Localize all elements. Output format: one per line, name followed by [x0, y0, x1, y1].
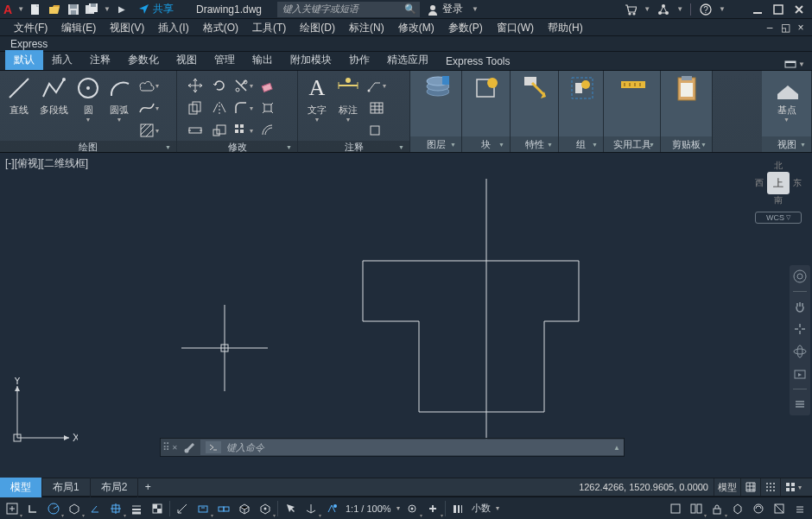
status-hw-icon[interactable] [748, 499, 769, 518]
btn-hatch[interactable]: ▾ [138, 120, 161, 141]
rtab-express[interactable]: Express Tools [437, 53, 518, 70]
btn-util[interactable] [612, 73, 652, 136]
view-cube[interactable]: 北 西 上 东 南 WCS▽ [755, 160, 802, 224]
status-annoscale-icon[interactable] [321, 499, 342, 518]
btn-table[interactable] [365, 98, 388, 118]
rtab-output[interactable]: 输出 [244, 50, 282, 70]
status-qv-icon[interactable] [665, 499, 686, 518]
nav-orbit-icon[interactable] [792, 344, 808, 359]
btn-group[interactable] [562, 73, 599, 136]
nav-zoom-ext-icon[interactable] [792, 321, 808, 337]
btn-mleader[interactable] [365, 120, 388, 141]
btn-spline[interactable]: ▾ [138, 98, 161, 118]
btn-text[interactable]: A 文字▼ [301, 73, 333, 141]
status-qv2-icon[interactable]: ▾ [686, 499, 707, 518]
btn-rotate[interactable] [208, 75, 231, 96]
cmd-settings-icon[interactable] [180, 440, 200, 454]
status-transp-icon[interactable] [147, 499, 168, 518]
more-status-icon[interactable]: ▾ [780, 478, 807, 496]
btn-dim[interactable]: 标注▼ [333, 73, 364, 141]
rtab-annot[interactable]: 注释 [81, 50, 119, 70]
status-iso2-icon[interactable] [727, 499, 748, 518]
btn-polyline[interactable]: 多段线 [35, 73, 73, 141]
doc-minimize[interactable]: – [762, 22, 777, 34]
new-icon[interactable] [27, 1, 44, 18]
panel-block-title[interactable]: 块 [462, 136, 510, 152]
status-osnap-icon[interactable]: ▾ [105, 499, 126, 518]
panel-layer-title[interactable]: 图层 [410, 136, 461, 152]
tab-add[interactable]: + [138, 481, 157, 493]
status-angle-icon[interactable] [85, 499, 105, 518]
command-input[interactable]: 键入命令 ▲ [200, 440, 624, 455]
panel-util-title[interactable]: 实用工具 [604, 136, 660, 152]
rtab-view[interactable]: 视图 [168, 50, 206, 70]
cart-caret[interactable]: ▼ [644, 5, 650, 13]
snap-toggle-icon[interactable] [760, 478, 780, 496]
ribbon-collapse[interactable]: ▼ [784, 58, 812, 70]
btn-base[interactable]: 基点▼ [767, 73, 807, 136]
coords-model-btn[interactable]: 模型 [714, 478, 740, 496]
menu-dim[interactable]: 标注(N) [342, 19, 391, 36]
btn-offset[interactable] [257, 120, 279, 141]
btn-explode[interactable] [257, 98, 279, 118]
qat-more-caret[interactable]: ▼ [104, 5, 111, 13]
menu-format[interactable]: 格式(O) [196, 19, 245, 36]
qat-menu-caret[interactable]: ▼ [17, 5, 24, 13]
maximize-button[interactable] [769, 1, 788, 18]
login-button[interactable]: 登录 [420, 2, 470, 16]
nav-showmotion-icon[interactable] [792, 366, 808, 382]
status-clean-icon[interactable] [769, 499, 790, 518]
status-gear-icon[interactable]: ▾ [402, 499, 422, 518]
btn-revcloud[interactable]: ▾ [138, 75, 161, 96]
status-gizmo-icon[interactable]: ▾ [301, 499, 321, 518]
grid-toggle-icon[interactable] [740, 478, 760, 496]
btn-stretch[interactable] [184, 120, 206, 141]
redo-undo-arrow-icon[interactable]: ▶ [113, 1, 130, 18]
menu-view[interactable]: 视图(V) [103, 19, 151, 36]
panel-modify-title[interactable]: 修改 [177, 141, 297, 154]
menu-insert[interactable]: 插入(I) [151, 19, 195, 36]
btn-mirror[interactable] [208, 98, 231, 118]
menu-file[interactable]: 文件(F) [7, 19, 54, 36]
share-button[interactable]: 共享 [131, 2, 181, 16]
rtab-addins[interactable]: 附加模块 [282, 50, 340, 70]
menu-modify[interactable]: 修改(M) [391, 19, 441, 36]
rtab-manage[interactable]: 管理 [206, 50, 244, 70]
btn-arc[interactable]: 圆弧▼ [104, 73, 135, 141]
status-sc-icon[interactable] [172, 499, 193, 518]
save-icon[interactable] [65, 1, 82, 18]
close-button[interactable] [790, 1, 809, 18]
cmd-handle-icon[interactable]: ⠿✕ [161, 441, 180, 453]
command-line[interactable]: ⠿✕ 键入命令 ▲ [160, 438, 625, 457]
panel-view-title[interactable]: 视图 [762, 136, 811, 152]
status-lineweight2-icon[interactable] [447, 499, 468, 518]
cmd-history-caret[interactable]: ▲ [613, 444, 620, 452]
btn-line[interactable]: 直线 [3, 73, 35, 141]
drawing-viewport[interactable]: [-][俯视][二维线框] 北 西 上 东 南 WCS▽ [0, 153, 812, 478]
login-caret[interactable]: ▼ [472, 5, 479, 13]
nav-pan-icon[interactable] [792, 299, 808, 314]
rtab-default[interactable]: 默认 [5, 50, 43, 70]
rtab-featured[interactable]: 精选应用 [378, 50, 437, 70]
panel-draw-title[interactable]: 绘图 [0, 141, 176, 154]
panel-clip-title[interactable]: 剪贴板 [661, 136, 712, 152]
status-plus2-icon[interactable]: ▾ [422, 499, 443, 518]
status-ortho-icon[interactable] [22, 499, 43, 518]
btn-block[interactable] [466, 73, 506, 136]
status-precision[interactable]: 小数 [468, 502, 494, 515]
rtab-param[interactable]: 参数化 [119, 50, 168, 70]
status-3d-icon[interactable] [234, 499, 255, 518]
btn-erase[interactable] [257, 75, 279, 96]
search-input[interactable]: 键入关键字或短语 [277, 2, 420, 17]
btn-trim[interactable]: ▾ [232, 75, 255, 96]
help-caret[interactable]: ▼ [719, 5, 726, 13]
wcs-selector[interactable]: WCS▽ [755, 212, 802, 224]
menu-draw[interactable]: 绘图(D) [293, 19, 342, 36]
a360-icon[interactable] [654, 1, 673, 18]
btn-move[interactable] [184, 75, 206, 96]
btn-fillet[interactable]: ▾ [232, 98, 255, 118]
nav-menu-icon[interactable] [792, 396, 808, 412]
btn-array[interactable]: ▾ [232, 120, 255, 141]
status-add-icon[interactable]: ▾ [2, 499, 22, 518]
doc-restore[interactable]: ◱ [777, 22, 793, 34]
